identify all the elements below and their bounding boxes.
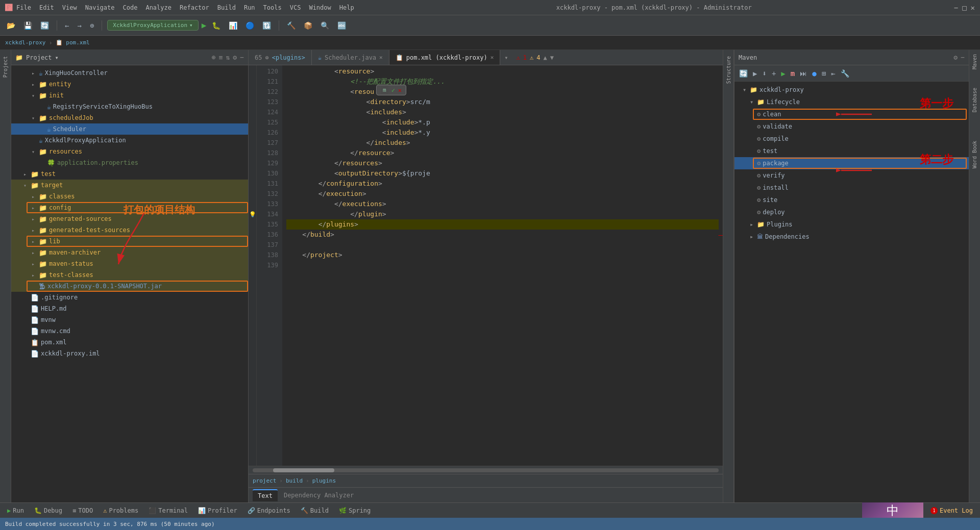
maven-lifecycle[interactable]: ▾ 📁 Lifecycle [734, 96, 969, 108]
maven-dependencies[interactable]: ▸ 🏛 Dependencies [734, 231, 969, 243]
menu-help[interactable]: Help [339, 4, 354, 11]
build-tool-btn[interactable]: 🔨 Build [298, 506, 332, 515]
popup-close[interactable]: ✕ [398, 87, 402, 94]
sort-icon[interactable]: ⇅ [226, 54, 230, 61]
breadcrumb-project[interactable]: xckkdl-proxy [5, 39, 45, 46]
menu-edit[interactable]: Edit [39, 4, 54, 11]
terminal-tool-btn[interactable]: ⬛ Terminal [145, 506, 191, 515]
menu-run[interactable]: Run [244, 4, 255, 11]
database-side-label[interactable]: Database [971, 84, 978, 116]
tree-pom[interactable]: 📋 pom.xml [11, 337, 248, 348]
tab-pom-close[interactable]: ✕ [491, 54, 494, 61]
tree-mvnw-cmd[interactable]: 📄 mvnw.cmd [11, 325, 248, 337]
maven-clean[interactable]: ⚙ clean [734, 108, 969, 120]
tree-mvnw[interactable]: 📄 mvnw [11, 314, 248, 325]
maven-root[interactable]: ▾ 📁 xckkdl-proxy [734, 84, 969, 96]
maven-site[interactable]: ⚙ site [734, 194, 969, 206]
maven-side-label[interactable]: Maven [971, 50, 978, 73]
open-btn[interactable]: 📂 [4, 20, 18, 31]
lightbulb-icon[interactable]: 💡 [249, 209, 257, 219]
dropdown-arrow[interactable]: ▾ [55, 54, 59, 61]
tree-XingHuoController[interactable]: ▸ ☕ XingHuoController [11, 67, 248, 79]
profile-btn[interactable]: 📊 [226, 20, 240, 31]
settings-gear-icon[interactable]: ⚙ [233, 54, 237, 61]
project-tab-label[interactable]: Project [2, 52, 9, 82]
error-nav-up[interactable]: ▲ [543, 54, 547, 61]
maven-package[interactable]: ⚙ package [734, 157, 969, 169]
tab-scheduler-close[interactable]: ✕ [379, 54, 383, 61]
tree-RegistryService[interactable]: ☕ RegistryServiceToXingHuoBus [11, 101, 248, 112]
tab-scheduler[interactable]: ☕ Scheduler.java ✕ [312, 50, 389, 65]
maven-add-icon[interactable]: + [770, 68, 777, 79]
tree-target[interactable]: ▾ 📁 target [11, 180, 248, 191]
todo-tool-btn[interactable]: ≡ TODO [69, 506, 96, 515]
tab-dependency-analyzer[interactable]: Dependency Analyzer [279, 490, 359, 501]
sync-btn[interactable]: 🔄 [38, 20, 52, 31]
maven-deploy[interactable]: ⚙ deploy [734, 206, 969, 218]
breadcrumb-file[interactable]: 📋 pom.xml [56, 39, 90, 46]
error-nav-down[interactable]: ▼ [550, 54, 554, 61]
maven-plugins[interactable]: ▸ 📁 Plugins [734, 218, 969, 231]
minimize-btn[interactable]: − [954, 4, 958, 12]
minimize-panel-icon[interactable]: − [240, 54, 244, 61]
menu-view[interactable]: View [62, 4, 77, 11]
tree-maven-status[interactable]: ▸ 📁 maven-status [11, 258, 248, 269]
maven-collapse-icon[interactable]: ⇤ [829, 68, 837, 79]
tree-help[interactable]: 📄 HELP.md [11, 303, 248, 314]
tree-test[interactable]: ▸ 📁 test [11, 168, 248, 180]
crumb-plugins[interactable]: plugins [312, 477, 336, 484]
bookmark-btn[interactable]: ⊕ [87, 20, 96, 31]
save-btn[interactable]: 💾 [21, 20, 35, 31]
maven-settings-icon[interactable]: ⚙ [953, 54, 958, 61]
tree-gitignore[interactable]: 📄 .gitignore [11, 292, 248, 303]
menu-file[interactable]: File [16, 4, 31, 11]
tree-init[interactable]: ▾ 📁 init [11, 90, 248, 101]
scrollbar-thumb[interactable] [273, 468, 334, 472]
menu-vcs[interactable]: VCS [290, 4, 301, 11]
maven-download-icon[interactable]: ⬇ [761, 68, 768, 79]
artifact-btn[interactable]: 📦 [301, 20, 315, 31]
debug-button[interactable]: 🐛 [209, 20, 223, 31]
tree-generated-sources[interactable]: ▸ 📁 generated-sources [11, 213, 248, 224]
maven-test[interactable]: ⚙ test [734, 145, 969, 157]
tab-pom[interactable]: 📋 pom.xml (xckkdl-proxy) ✕ [389, 50, 501, 65]
reload-btn[interactable]: 🔃 [260, 20, 274, 31]
tree-Scheduler[interactable]: ☕ Scheduler [11, 123, 248, 135]
tab-plugins-nav[interactable]: 65 ⊕ <plugins> [249, 50, 312, 65]
tree-classes[interactable]: ▸ 📁 classes [11, 191, 248, 202]
crumb-project[interactable]: project [253, 477, 276, 484]
maven-skip-icon[interactable]: ⏭ [798, 68, 808, 79]
menu-code[interactable]: Code [123, 4, 138, 11]
maven-wrench-icon[interactable]: 🔧 [839, 68, 851, 79]
tree-generated-test-sources[interactable]: ▸ 📁 generated-test-sources [11, 224, 248, 236]
run-tool-btn[interactable]: ▶ Run [4, 506, 27, 515]
search-btn[interactable]: 🔍 [318, 20, 332, 31]
structure-label[interactable]: Structure [725, 52, 732, 88]
run-button[interactable]: ▶ [202, 20, 207, 30]
spring-tool-btn[interactable]: 🌿 Spring [336, 506, 374, 515]
crumb-build[interactable]: build [286, 477, 303, 484]
tree-iml[interactable]: 📄 xckkdl-proxy.iml [11, 348, 248, 359]
menu-tools[interactable]: Tools [263, 4, 282, 11]
endpoints-tool-btn[interactable]: 🔗 Endpoints [244, 506, 293, 515]
maven-blue-icon[interactable]: ● [811, 68, 818, 79]
expand-all-icon[interactable]: ⊕ [212, 54, 216, 61]
tree-jar[interactable]: 🗜 xckkdl-proxy-0.0.1-SNAPSHOT.jar [11, 281, 248, 292]
profiler-tool-btn[interactable]: 📊 Profiler [195, 506, 240, 515]
tree-entity[interactable]: ▸ 📁 entity [11, 79, 248, 90]
problems-tool-btn[interactable]: ⚠ Problems [100, 506, 141, 515]
maven-validate[interactable]: ⚙ validate [734, 120, 969, 133]
run-config[interactable]: XckkdlProxyApplication ▾ [107, 20, 198, 31]
translate-btn[interactable]: 🔤 [335, 20, 349, 31]
maven-verify[interactable]: ⚙ verify [734, 169, 969, 182]
tree-application-props[interactable]: 🍀 application.properties [11, 157, 248, 168]
code-editor[interactable]: <resource> <!--把配置文件打包到指定... <resou <dir… [282, 65, 723, 466]
maven-run-icon[interactable]: ▶ [751, 68, 758, 79]
maven-m-icon[interactable]: m [789, 68, 796, 79]
tab-more-btn[interactable]: ▾ [500, 50, 512, 65]
wordbook-side-label[interactable]: Word Book [971, 137, 978, 172]
tree-XckkdlProxy[interactable]: ☕ XckkdlProxyApplication [11, 135, 248, 146]
tree-maven-archiver[interactable]: ▸ 📁 maven-archiver [11, 247, 248, 258]
debug-tool-btn[interactable]: 🐛 Debug [31, 506, 65, 515]
event-log-btn[interactable]: 1 Event Log [927, 506, 976, 515]
